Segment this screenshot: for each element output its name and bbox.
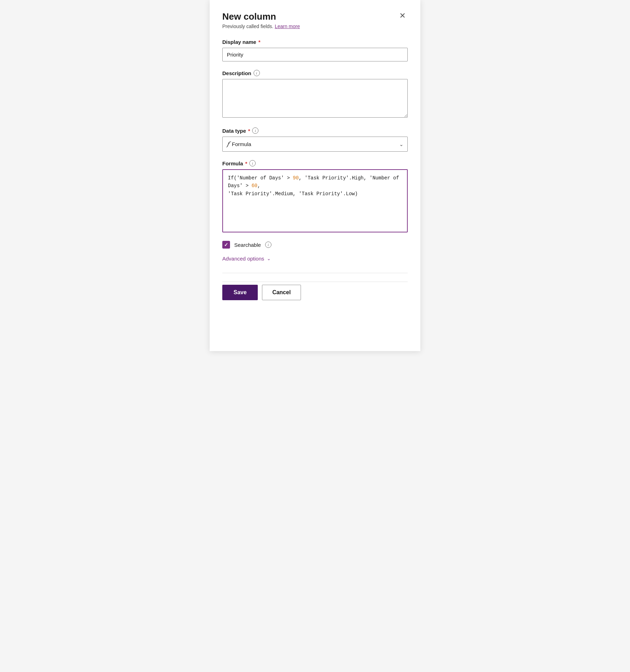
data-type-info-icon: i	[252, 127, 258, 134]
panel-title: New column	[222, 11, 276, 22]
searchable-info-icon: i	[265, 242, 271, 248]
cancel-button[interactable]: Cancel	[262, 285, 301, 300]
description-label: Description i	[222, 70, 408, 76]
searchable-checkbox[interactable]: ✓	[222, 241, 230, 249]
searchable-label: Searchable	[234, 242, 261, 248]
save-button[interactable]: Save	[222, 285, 258, 300]
data-type-value: Formula	[232, 141, 251, 147]
data-type-label: Data type * i	[222, 127, 408, 134]
new-column-panel: New column ✕ Previously called fields. L…	[210, 0, 420, 351]
footer-divider	[222, 273, 408, 273]
footer-actions: Save Cancel	[222, 282, 408, 300]
display-name-required: *	[258, 39, 261, 45]
searchable-row: ✓ Searchable i	[222, 241, 408, 249]
checkmark-icon: ✓	[224, 242, 228, 248]
formula-info-icon: i	[249, 160, 256, 166]
searchable-checkbox-container[interactable]: ✓ Searchable	[222, 241, 261, 249]
formula-required: *	[245, 160, 247, 166]
panel-header: New column ✕	[222, 11, 408, 22]
subtitle-text: Previously called fields.	[222, 24, 274, 29]
advanced-options-chevron-icon: ⌄	[267, 256, 271, 261]
data-type-group: Data type * i 𝑓 Formula ⌄	[222, 127, 408, 152]
fx-icon: 𝑓	[227, 140, 229, 148]
formula-code[interactable]: If('Number of Days' > 90, 'Task Priority…	[228, 174, 402, 198]
display-name-label: Display name *	[222, 39, 408, 45]
close-button[interactable]: ✕	[397, 11, 408, 20]
learn-more-link[interactable]: Learn more	[275, 24, 300, 29]
description-textarea[interactable]	[222, 79, 408, 118]
description-info-icon: i	[254, 70, 260, 76]
display-name-group: Display name *	[222, 39, 408, 61]
formula-label: Formula * i	[222, 160, 408, 166]
advanced-options-text: Advanced options	[222, 256, 264, 262]
panel-subtitle: Previously called fields. Learn more	[222, 24, 408, 29]
formula-group: Formula * i If('Number of Days' > 90, 'T…	[222, 160, 408, 232]
description-group: Description i	[222, 70, 408, 119]
data-type-select[interactable]: 𝑓 Formula	[222, 137, 408, 152]
display-name-input[interactable]	[222, 48, 408, 61]
advanced-options-row[interactable]: Advanced options ⌄	[222, 256, 408, 262]
formula-editor-container[interactable]: If('Number of Days' > 90, 'Task Priority…	[222, 169, 408, 232]
data-type-select-wrapper: 𝑓 Formula ⌄	[222, 137, 408, 152]
data-type-required: *	[248, 128, 250, 134]
